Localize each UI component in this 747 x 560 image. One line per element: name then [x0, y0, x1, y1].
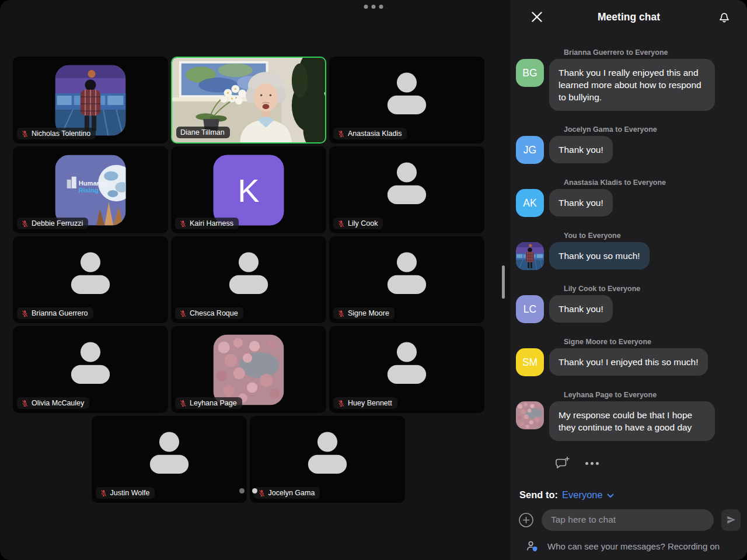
- composer-row: [511, 508, 747, 532]
- profile-photo-avatar: [214, 334, 284, 405]
- message-row: Thank you so much!: [516, 242, 740, 270]
- mic-muted-icon: [337, 400, 345, 407]
- message-row: AKThank you!: [516, 189, 740, 217]
- svg-text:Humanity: Humanity: [79, 179, 109, 186]
- chat-message: Brianna Guerrero to EveryoneBGThank you …: [516, 49, 740, 111]
- chat-message: Lily Cook to EveryoneLCThank you!: [516, 285, 740, 323]
- video-tile[interactable]: Olivia McCauley: [13, 326, 168, 413]
- participant-name-tag: Olivia McCauley: [17, 397, 89, 409]
- attach-button[interactable]: [518, 512, 534, 528]
- avatar-silhouette: [383, 160, 431, 204]
- participant-name: Nicholas Tolentino: [32, 130, 90, 138]
- participant-name-tag: Anastasia Kladis: [333, 128, 407, 139]
- gallery-page-dots[interactable]: [0, 488, 496, 494]
- message-bubble[interactable]: Thank you so much!: [549, 242, 650, 270]
- message-sender: Leyhana Page to Everyone: [564, 391, 740, 398]
- participant-name: Kairi Harness: [190, 219, 233, 228]
- video-tile[interactable]: K Kairi Harness: [171, 146, 326, 233]
- chat-message: Anastasia Kladis to EveryoneAKThank you!: [516, 179, 740, 217]
- video-tile[interactable]: Anastasia Kladis: [329, 57, 484, 144]
- sender-avatar: LC: [516, 295, 544, 323]
- participant-name: Chesca Roque: [190, 309, 238, 317]
- mic-muted-icon: [21, 220, 29, 228]
- message-bubble[interactable]: Thank you! I enjoyed this so much!: [549, 348, 708, 376]
- participant-name-tag: Lily Cook: [333, 218, 383, 229]
- participant-name: Lily Cook: [348, 219, 378, 228]
- message-bubble[interactable]: Thank you I really enjoyed this and lear…: [549, 59, 715, 111]
- attach-icon: [518, 512, 534, 528]
- avatar-silhouette: [383, 340, 431, 384]
- gallery-row: Olivia McCauley Leyhana Page Huey Bennet…: [13, 326, 483, 413]
- participant-name: Brianna Guerrero: [32, 309, 88, 317]
- send-button[interactable]: [721, 509, 741, 531]
- chat-header: Meeting chat: [511, 0, 747, 34]
- chat-input[interactable]: [542, 509, 714, 531]
- letter-avatar: K: [214, 155, 284, 225]
- message-row: JGThank you!: [516, 136, 740, 164]
- message-sender: You to Everyone: [564, 232, 740, 239]
- participant-name: Signe Moore: [348, 309, 389, 317]
- avatar-silhouette: [145, 429, 193, 474]
- page-dot[interactable]: [252, 488, 257, 494]
- bell-icon: [717, 9, 732, 24]
- video-tile[interactable]: Diane Tillman: [171, 57, 326, 144]
- message-bubble[interactable]: Thank you!: [549, 295, 613, 323]
- video-tile[interactable]: Nicholas Tolentino: [13, 57, 168, 144]
- new-chat-button[interactable]: [554, 456, 570, 470]
- chat-message: You to Everyone Thank you so much!: [516, 232, 740, 270]
- mic-muted-icon: [179, 220, 187, 228]
- message-sender: Brianna Guerrero to Everyone: [564, 49, 740, 56]
- message-row: BGThank you I really enjoyed this and le…: [516, 59, 740, 111]
- privacy-note[interactable]: Who can see your messages? Recording on: [511, 532, 747, 560]
- privacy-icon: [525, 540, 539, 553]
- participant-name: Diane Tillman: [180, 128, 225, 136]
- participant-name: Anastasia Kladis: [348, 130, 402, 138]
- send-to-label: Send to:: [519, 489, 558, 501]
- gallery-row: Humanity Rising Debbie FerruzziK Kairi H…: [13, 146, 483, 233]
- message-row: LCThank you!: [516, 295, 740, 323]
- page-dot[interactable]: [239, 488, 245, 494]
- message-more-button[interactable]: [585, 462, 599, 465]
- sender-avatar: [516, 242, 544, 270]
- video-tile[interactable]: Lily Cook: [329, 146, 484, 233]
- meeting-chat-panel: Meeting chat Brianna Guerrero to Everyon…: [511, 0, 747, 560]
- video-gallery: Nicholas Tolentino Diane Tillman Anastas…: [13, 57, 483, 503]
- send-icon: [726, 514, 736, 525]
- message-bubble[interactable]: Thank you!: [549, 189, 613, 216]
- gallery-scrollbar[interactable]: [502, 265, 505, 299]
- participant-name-tag: Diane Tillman: [176, 127, 230, 138]
- video-tile[interactable]: Leyhana Page: [171, 326, 326, 413]
- mic-muted-icon: [337, 220, 345, 228]
- message-row: SMThank you! I enjoyed this so much!: [516, 348, 740, 376]
- participant-name: Huey Bennett: [348, 399, 392, 407]
- chat-message: Jocelyn Gama to EveryoneJGThank you!: [516, 126, 740, 164]
- avatar-silhouette: [225, 250, 273, 294]
- avatar-silhouette: [67, 250, 114, 294]
- participant-name: Leyhana Page: [190, 399, 237, 407]
- message-sender: Signe Moore to Everyone: [564, 338, 740, 345]
- message-bubble[interactable]: My response could be that I hope they co…: [549, 401, 715, 441]
- sender-avatar: BG: [516, 59, 544, 87]
- humanity-rising-logo: Humanity Rising: [55, 155, 126, 225]
- message-bubble[interactable]: Thank you!: [549, 136, 613, 163]
- profile-photo-avatar: [55, 65, 126, 135]
- video-tile[interactable]: Huey Bennett: [329, 326, 484, 413]
- chat-title: Meeting chat: [511, 11, 747, 23]
- video-tile[interactable]: Brianna Guerrero: [13, 236, 168, 323]
- zoom-meeting-screen: Nicholas Tolentino Diane Tillman Anastas…: [0, 0, 747, 560]
- mic-muted-icon: [21, 310, 29, 317]
- dropdown-icon[interactable]: [607, 494, 614, 498]
- cherry-blossom-photo: [214, 334, 284, 405]
- bowling-photo: [516, 242, 544, 270]
- video-tile[interactable]: Chesca Roque: [171, 236, 326, 323]
- participant-name-tag: Chesca Roque: [175, 307, 243, 319]
- chat-notifications-button[interactable]: [715, 8, 733, 26]
- participant-name-tag: Debbie Ferruzzi: [17, 218, 88, 229]
- send-to-value[interactable]: Everyone: [562, 489, 603, 501]
- video-tile[interactable]: Signe Moore: [329, 236, 484, 323]
- avatar-silhouette: [383, 250, 431, 294]
- video-tile[interactable]: Humanity Rising Debbie Ferruzzi: [13, 146, 168, 233]
- more-menu-handle[interactable]: [364, 5, 383, 9]
- profile-photo-avatar: Humanity Rising: [55, 155, 126, 225]
- mic-muted-icon: [21, 130, 29, 138]
